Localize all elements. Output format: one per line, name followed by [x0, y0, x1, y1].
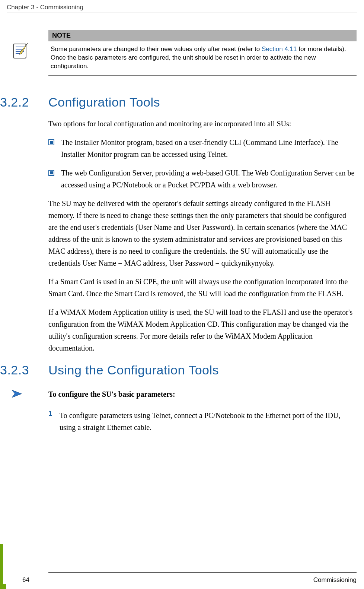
footer-section: Commissioning: [313, 576, 357, 584]
page-content: NOTE Some parameters are changed to thei…: [0, 30, 364, 441]
heading-3-2-3: 3.2.3 Using the Configuration Tools: [48, 363, 357, 377]
footer-stripe: [0, 544, 3, 589]
procedure-heading: To configure the SU's basic parameters:: [48, 389, 357, 400]
procedure-title: To configure the SU's basic parameters:: [48, 390, 175, 399]
page-header: Chapter 3 - Commissioning: [7, 4, 357, 11]
arrow-icon: [11, 389, 28, 400]
note-body: Some parameters are changed to their new…: [48, 41, 357, 75]
bullet-icon: [48, 139, 54, 145]
svg-marker-5: [12, 390, 22, 398]
note-text-pre: Some parameters are changed to their new…: [51, 45, 262, 53]
note-container: NOTE Some parameters are changed to thei…: [48, 30, 357, 76]
page-footer: 64 Commissioning: [22, 576, 357, 584]
step-text: To configure parameters using Telnet, co…: [60, 409, 357, 433]
intro-paragraph: Two options for local configuration and …: [48, 118, 357, 130]
page-number: 64: [22, 576, 29, 584]
bullet-icon: [48, 170, 54, 176]
heading-3-2-2: 3.2.2 Configuration Tools: [48, 95, 357, 110]
section-link[interactable]: Section 4.11: [262, 45, 297, 53]
note-icon: [11, 42, 29, 61]
note-box: NOTE Some parameters are changed to thei…: [48, 30, 357, 86]
footer-stripe: [3, 584, 6, 589]
step-number: 1: [48, 409, 57, 433]
body-paragraph: The SU may be delivered with the operato…: [48, 197, 357, 269]
header-rule: [7, 13, 357, 13]
body-paragraph: If a Smart Card is used in an Si CPE, th…: [48, 276, 357, 300]
step-item: 1 To configure parameters using Telnet, …: [48, 409, 357, 433]
heading-title: Configuration Tools: [48, 95, 160, 109]
footer-rule: [48, 572, 357, 573]
body-paragraph: If a WiMAX Modem Application utility is …: [48, 306, 357, 354]
bullet-text: The web Configuration Server, providing …: [61, 167, 357, 191]
list-item: The web Configuration Server, providing …: [48, 167, 357, 191]
heading-title: Using the Configuration Tools: [48, 363, 219, 377]
heading-number: 3.2.2: [0, 95, 45, 110]
list-item: The Installer Monitor program, based on …: [48, 136, 357, 160]
chapter-line: Chapter 3 - Commissioning: [7, 4, 83, 11]
note-label: NOTE: [48, 30, 357, 41]
bullet-text: The Installer Monitor program, based on …: [61, 136, 357, 160]
heading-number: 3.2.3: [0, 363, 45, 377]
